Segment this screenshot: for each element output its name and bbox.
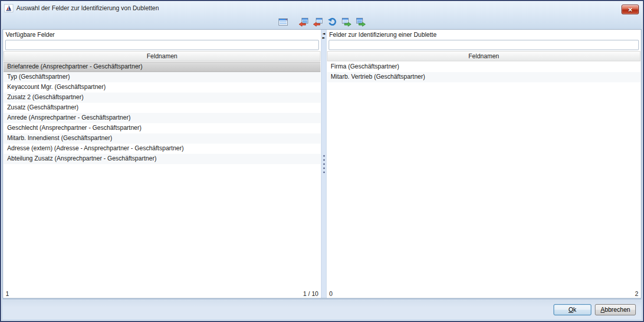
move-left-button[interactable] (312, 16, 324, 28)
list-item[interactable]: Keyaccount Mgr. (Geschäftspartner) (4, 82, 320, 93)
move-right-button[interactable] (340, 16, 353, 28)
move-all-left-icon (298, 17, 309, 27)
duplicate-fields-filter-input[interactable] (329, 40, 639, 50)
move-all-right-icon (356, 17, 366, 27)
splitter-grip-icon[interactable] (323, 155, 325, 173)
form-fields-button[interactable] (277, 16, 289, 28)
move-all-right-button[interactable] (355, 16, 367, 28)
list-item[interactable]: Zusatz (Geschäftspartner) (4, 103, 320, 113)
available-fields-statusbar: 1 1 / 10 (3, 289, 321, 298)
list-item[interactable]: Mitarb. Innendienst (Geschäftspartner) (4, 133, 320, 144)
list-item[interactable]: Firma (Geschäftspartner) (327, 62, 640, 72)
available-fields-panel: Verfügbare Felder Feldnamen Briefanrede … (3, 30, 321, 298)
close-button[interactable]: ✕ (622, 5, 639, 14)
content-area: Verfügbare Felder Feldnamen Briefanrede … (3, 29, 641, 298)
expand-right-icon[interactable]: ► (321, 36, 326, 40)
form-fields-icon (278, 17, 288, 27)
titlebar: Auswahl der Felder zur Identifizierung v… (1, 1, 643, 15)
close-icon: ✕ (628, 7, 632, 13)
list-item[interactable]: Zusatz 2 (Geschäftspartner) (4, 93, 320, 103)
ok-button[interactable]: Ok (554, 304, 591, 315)
available-fields-filter-input[interactable] (5, 40, 319, 50)
list-item[interactable]: Mitarb. Vertrieb (Geschäftspartner) (327, 72, 640, 82)
app-icon (4, 4, 13, 12)
undo-button[interactable] (326, 16, 338, 28)
list-item[interactable]: Typ (Geschäftspartner) (4, 72, 320, 82)
panel-splitter[interactable]: ◄ ► (321, 30, 327, 298)
row-position-indicator: 1 / 10 (303, 290, 318, 297)
collapse-left-icon[interactable]: ◄ (321, 32, 326, 36)
duplicate-fields-list[interactable]: Firma (Geschäftspartner)Mitarb. Vertrieb… (327, 62, 640, 289)
available-fields-label: Verfügbare Felder (3, 30, 321, 39)
selected-count: 0 (329, 290, 333, 297)
duplicate-fields-statusbar: 0 2 (327, 289, 641, 298)
undo-icon (327, 17, 337, 27)
move-right-icon (341, 17, 352, 27)
cancel-button[interactable]: Abbrechen (595, 304, 636, 315)
splitter-collapse-controls: ◄ ► (321, 32, 326, 40)
duplicate-fields-label: Felder zur Identifizierung einer Dublett… (327, 30, 641, 39)
list-item[interactable]: Adresse (extern) (Adresse - Ansprechpart… (4, 144, 320, 154)
row-count-indicator: 2 (635, 290, 638, 297)
cancel-button-label: Abbrechen (601, 306, 630, 313)
available-fields-list[interactable]: Briefanrede (Ansprechpartner - Geschäfts… (4, 62, 320, 289)
dialog-footer: Ok Abbrechen (3, 299, 641, 319)
selected-count: 1 (6, 290, 9, 297)
list-item[interactable]: Geschlecht (Ansprechpartner - Geschäftsp… (4, 123, 320, 133)
duplicate-fields-panel: Felder zur Identifizierung einer Dublett… (327, 30, 641, 298)
list-item[interactable]: Abteilung Zusatz (Ansprechpartner - Gesc… (4, 154, 320, 164)
ok-button-label: Ok (559, 306, 586, 313)
move-all-left-button[interactable] (297, 16, 310, 28)
available-fields-column-header[interactable]: Feldnamen (4, 51, 320, 61)
duplicate-fields-column-header[interactable]: Feldnamen (327, 51, 640, 61)
list-item[interactable]: Briefanrede (Ansprechpartner - Geschäfts… (4, 62, 320, 72)
toolbar (3, 15, 641, 29)
sailboat-icon (5, 5, 12, 12)
move-left-icon (313, 17, 323, 27)
list-item[interactable]: Anrede (Ansprechpartner - Geschäftspartn… (4, 113, 320, 123)
dialog-window: Auswahl der Felder zur Identifizierung v… (0, 0, 644, 322)
window-title: Auswahl der Felder zur Identifizierung v… (16, 5, 159, 12)
